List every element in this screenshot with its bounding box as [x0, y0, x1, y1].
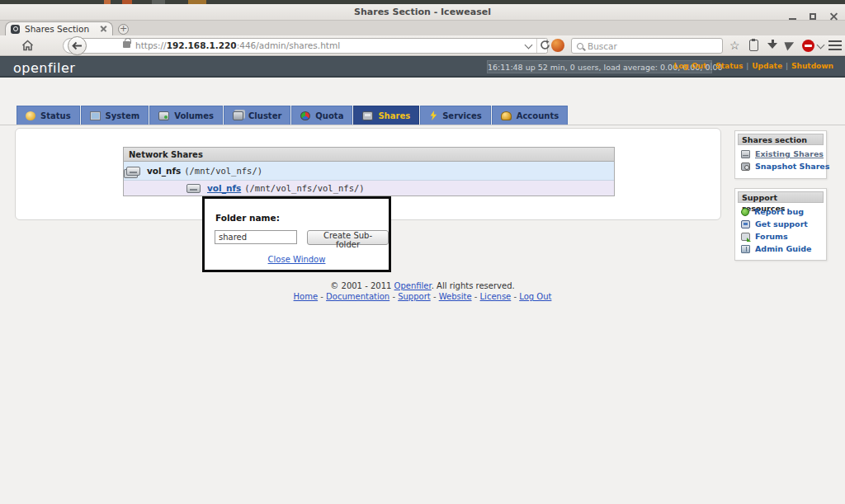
sidebar-item-existing-shares[interactable]: Existing Shares — [735, 148, 826, 160]
lock-icon — [123, 41, 130, 48]
folder-name-label: Folder name: — [215, 213, 280, 223]
header-links: Log Out|Status|Update|Shutdown — [673, 62, 833, 70]
tab-cluster[interactable]: Cluster — [224, 106, 290, 125]
hamburger-menu-icon[interactable] — [828, 40, 842, 50]
support-icon — [741, 220, 750, 228]
share-path: (/mnt/vol_nfs/) — [184, 166, 262, 176]
tab-shares[interactable]: Shares — [353, 106, 419, 125]
cluster-icon — [233, 111, 243, 120]
tab-volumes[interactable]: Volumes — [149, 106, 223, 125]
status-icon — [26, 111, 35, 120]
reload-icon[interactable] — [540, 40, 550, 50]
back-button[interactable] — [68, 36, 87, 55]
table-row: vol_nfs (/mnt/vol_nfs/vol_nfs/) — [124, 181, 614, 195]
addon-icon[interactable] — [551, 39, 564, 52]
main-nav-tabs: Status System Volumes Cluster Quota Shar… — [17, 106, 568, 125]
sidebar-item-admin-guide[interactable]: Admin Guide — [735, 243, 826, 255]
tab-system[interactable]: System — [81, 106, 149, 125]
home-icon[interactable] — [21, 40, 34, 51]
share-drive-icon — [126, 167, 140, 176]
snapshot-camera-icon — [741, 163, 750, 171]
sidebar-section-title: Support resources — [738, 191, 824, 203]
network-shares-table: Network Shares vol_nfs (/mnt/vol_nfs/) v… — [123, 147, 615, 196]
share-path: (/mnt/vol_nfs/vol_nfs/) — [244, 183, 364, 193]
browser-toolbar: https://192.168.1.220:446/admin/shares.h… — [0, 35, 845, 56]
openfiler-logo: openfiler — [13, 60, 75, 76]
folder-name-input[interactable] — [215, 230, 297, 244]
existing-shares-icon — [741, 150, 750, 158]
url-text[interactable]: https://192.168.1.220:446/admin/shares.h… — [135, 40, 340, 50]
bookmarks-sidebar-icon[interactable] — [749, 40, 758, 51]
forums-icon — [741, 233, 750, 241]
back-arrow-icon — [72, 41, 83, 50]
shares-icon — [362, 111, 373, 120]
page-footer: © 2001 - 2011 Openfiler. All rights rese… — [0, 281, 845, 301]
search-icon — [577, 43, 583, 49]
tabnav-divider — [0, 125, 845, 125]
create-subfolder-button[interactable]: Create Sub-folder — [307, 230, 389, 245]
subfolder-drive-icon — [186, 184, 201, 193]
openfiler-link[interactable]: Openfiler — [394, 281, 432, 290]
browser-tab-shares-section[interactable]: Shares Section — [5, 21, 113, 35]
maximize-button-icon[interactable] — [809, 12, 818, 21]
shares-section-box: Shares section Existing Shares Snapshot … — [734, 130, 827, 179]
logout-link[interactable]: Log Out — [673, 62, 706, 70]
table-header: Network Shares — [124, 148, 614, 162]
sidebar-item-snapshot-shares[interactable]: Snapshot Shares — [735, 160, 826, 172]
share-link[interactable]: vol_nfs — [207, 183, 241, 193]
sidebar-item-forums[interactable]: Forums — [735, 230, 826, 243]
search-input[interactable] — [588, 41, 703, 51]
close-button-icon[interactable] — [829, 12, 838, 21]
browser-tabstrip: Shares Section + — [0, 21, 845, 35]
minimize-button-icon[interactable] — [788, 12, 797, 21]
tab-close-icon[interactable] — [100, 26, 107, 33]
tab-status[interactable]: Status — [17, 106, 80, 125]
tab-accounts[interactable]: Accounts — [492, 106, 568, 125]
footer-logout-link[interactable]: Log Out — [519, 292, 551, 301]
tab-quota[interactable]: Quota — [291, 106, 352, 125]
close-window-link[interactable]: Close Window — [268, 255, 326, 264]
tab-title: Shares Section — [25, 24, 100, 34]
update-link[interactable]: Update — [752, 62, 782, 70]
status-link[interactable]: Status — [715, 62, 743, 70]
adblock-icon[interactable] — [802, 40, 814, 52]
system-icon — [90, 111, 101, 120]
bookmark-star-icon[interactable]: ☆ — [729, 40, 740, 51]
table-row: vol_nfs (/mnt/vol_nfs/) — [124, 162, 614, 181]
accounts-icon — [501, 111, 512, 120]
pocket-send-icon[interactable] — [784, 39, 795, 50]
adblock-chevron-icon[interactable] — [817, 41, 825, 49]
footer-documentation-link[interactable]: Documentation — [326, 292, 389, 301]
sidebar-section-title: Shares section — [738, 134, 824, 145]
window-titlebar: Shares Section - Iceweasel — [0, 4, 845, 21]
new-tab-button[interactable]: + — [118, 24, 129, 35]
openfiler-header: openfiler 16:11:48 up 52 min, 0 users, l… — [0, 56, 845, 78]
shutdown-link[interactable]: Shutdown — [791, 62, 833, 70]
volumes-icon — [158, 111, 169, 120]
bug-icon — [741, 208, 749, 216]
sidebar-item-get-support[interactable]: Get support — [735, 218, 826, 230]
openfiler-favicon-icon — [11, 25, 20, 34]
footer-support-link[interactable]: Support — [398, 292, 431, 301]
quota-icon — [300, 111, 310, 120]
tab-services[interactable]: Services — [420, 106, 491, 125]
downloads-icon[interactable] — [767, 40, 777, 50]
footer-license-link[interactable]: License — [480, 292, 512, 301]
footer-website-link[interactable]: Website — [439, 292, 472, 301]
footer-home-link[interactable]: Home — [294, 292, 319, 301]
share-name: vol_nfs — [147, 166, 181, 176]
search-box[interactable] — [571, 38, 723, 54]
services-icon — [429, 111, 437, 120]
footer-links: Home - Documentation - Support - Website… — [0, 292, 845, 301]
support-resources-box: Support resources Report bug Get support… — [734, 188, 827, 261]
admin-guide-book-icon — [741, 245, 750, 253]
create-subfolder-dialog: Folder name: Create Sub-folder Close Win… — [202, 196, 391, 272]
copyright-line: © 2001 - 2011 Openfiler. All rights rese… — [0, 281, 845, 290]
window-title: Shares Section - Iceweasel — [354, 7, 491, 17]
